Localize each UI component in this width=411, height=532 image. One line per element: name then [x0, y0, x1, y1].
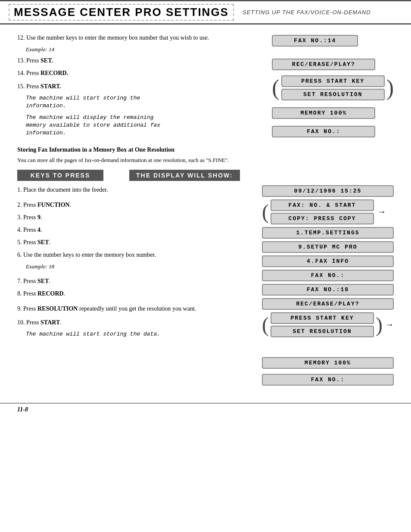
s2-step-7-key: SET [37, 278, 49, 284]
col2-header: THE DISPLAY WILL SHOW: [129, 170, 240, 181]
display-fax-no-14: FAX NO.:14 [272, 35, 358, 47]
display-press-start-key2: PRESS START KEY [271, 312, 374, 324]
brace-stack-3: PRESS START KEY SET RESOLUTION [271, 312, 374, 337]
step-12-example: Example: 14 [26, 46, 263, 53]
section1-displays: FAX NO.:14 REC/ERASE/PLAY? ( PRESS START… [272, 33, 394, 140]
page-header: MESSAGE CENTER PRO SETTINGS SETTING UP T… [0, 0, 411, 25]
arrow-right-1: → [377, 207, 386, 217]
display-fax-no-blank: FAX NO.: [272, 126, 375, 137]
s2-step-1: 1. Place the document into the feeder. [17, 185, 253, 194]
s2-step-10-note: The machine will start storing the data. [26, 330, 253, 338]
display-fax-info: 4.FAX INFO [262, 255, 394, 267]
s2-step-9-key: RESOLUTION [37, 305, 78, 312]
s2-step-9: 9. Press RESOLUTION repeatedly until you… [17, 304, 253, 314]
header-subtitle: SETTING UP THE FAX/VOICE-ON-DEMAND [243, 9, 371, 16]
s2-step-9-num: 9. [17, 305, 22, 312]
display-memory-100-wrapper: MEMORY 100% [272, 107, 394, 119]
section1-steps: 12. Use the number keys to enter the mem… [17, 33, 263, 140]
display-setup-mc-pro: 9.SETUP MC PRO [262, 241, 394, 253]
display-temp-settings: 1.TEMP.SETTINGS [262, 227, 394, 239]
s2-step-2-key: FUNCTION [37, 202, 70, 208]
step-12-num: 12. [17, 34, 25, 41]
s2-step-10: 10. Press START. [17, 318, 253, 327]
brace-left-1: ( [272, 77, 279, 99]
display-rec-erase-play: REC/ERASE/PLAY? [272, 59, 394, 70]
display-fax-no-14-wrapper: FAX NO.:14 [272, 35, 394, 47]
brace-right-3: ) [376, 314, 383, 335]
s2-step-2-num: 2. [17, 202, 22, 208]
s2-step-2: 2. Press FUNCTION. [17, 200, 253, 209]
display-rec-erase-play-text: REC/ERASE/PLAY? [272, 59, 375, 70]
section2-layout: 1. Place the document into the feeder. 2… [17, 185, 394, 386]
s2-step-4-key: 4 [37, 227, 40, 233]
brace-stack-2: FAX: NO. & START COPY: PRESS COPY [271, 199, 374, 224]
display-memory-100: MEMORY 100% [272, 107, 375, 119]
s2-step-3: 3. Press 9. [17, 213, 253, 222]
step-13-prefix: Press [26, 57, 40, 64]
step-13-key: SET. [40, 57, 53, 64]
main-content: 12. Use the number keys to enter the mem… [0, 25, 411, 394]
s2-step-10-num: 10. [17, 319, 25, 326]
page-footer: 11-8 [0, 403, 411, 416]
display-datetime: 09/12/1996 15:25 [262, 185, 394, 197]
display-copy-press-copy: COPY: PRESS COPY [271, 213, 374, 224]
col1-header: KEYS TO PRESS [17, 170, 103, 181]
brace-right-1: ) [386, 77, 394, 99]
display-press-start-key: PRESS START KEY [281, 75, 385, 87]
s2-step-6-num: 6. [17, 252, 22, 258]
display-fax-no-blank2: FAX NO.: [262, 270, 394, 281]
bracket-group-press-set: ( PRESS START KEY SET RESOLUTION ) → [262, 312, 394, 337]
s2-step-3-key: 9 [37, 214, 40, 221]
header-title: MESSAGE CENTER PRO SETTINGS [9, 4, 234, 21]
step-14: 14. Press RECORD. [17, 68, 263, 78]
step-14-num: 14. [17, 70, 25, 76]
s2-step-4-num: 4. [17, 227, 22, 233]
brace-left-2: ( [262, 202, 269, 222]
step-15: 15. Press START. [17, 82, 263, 91]
column-headers: KEYS TO PRESS THE DISPLAY WILL SHOW: [17, 170, 394, 181]
display-fax-no-18: FAX NO.:18 [262, 284, 394, 296]
s2-step-5-key: SET [37, 239, 49, 246]
s2-step-8-num: 8. [17, 290, 22, 297]
step-14-prefix: Press [26, 70, 40, 76]
display-fax-no-blank3: FAX NO.: [262, 374, 394, 386]
s2-step-6: 6. Use the number keys to enter the memo… [17, 250, 253, 259]
step-15-note2: The machine will display the remainingme… [26, 114, 263, 137]
s2-step-1-num: 1. [17, 187, 22, 193]
s2-step-5-num: 5. [17, 239, 22, 246]
section2-displays: 09/12/1996 15:25 ( FAX: NO. & START COPY… [262, 185, 394, 386]
display-set-resolution: SET RESOLUTION [281, 89, 385, 100]
s2-step-5: 5. Press SET. [17, 238, 253, 247]
s2-step-7-num: 7. [17, 278, 22, 284]
s2-step-7: 7. Press SET. [17, 277, 253, 286]
bracket-group-1: ( PRESS START KEY SET RESOLUTION ) [272, 75, 394, 100]
section2-steps: 1. Place the document into the feeder. 2… [17, 185, 253, 386]
step-15-key: START. [40, 83, 61, 90]
display-fax-no-blank-wrapper: FAX NO.: [272, 126, 394, 137]
bracket-group-fax-copy: ( FAX: NO. & START COPY: PRESS COPY → [262, 199, 394, 224]
s2-step-10-key: START [40, 319, 60, 326]
section1-layout: 12. Use the number keys to enter the mem… [17, 33, 394, 140]
display-memory-100-2: MEMORY 100% [262, 357, 394, 369]
display-fax-no-start: FAX: NO. & START [271, 199, 374, 211]
display-rec-erase-play2: REC/ERASE/PLAY? [262, 298, 394, 310]
step-12: 12. Use the number keys to enter the mem… [17, 33, 263, 42]
step-15-prefix: Press [26, 83, 40, 90]
step-15-note1: The machine will start storing theinform… [26, 94, 263, 110]
page-number: 11-8 [17, 406, 28, 413]
display-set-resolution2: SET RESOLUTION [271, 326, 374, 337]
step-14-key: RECORD. [40, 70, 68, 76]
s2-step-4: 4. Press 4. [17, 225, 253, 234]
step-13-num: 13. [17, 57, 25, 64]
section2-title: Storing Fax Information in a Memory Box … [17, 146, 394, 153]
s2-step-3-num: 3. [17, 214, 22, 221]
s2-step-6-example: Example: 18 [26, 263, 253, 271]
arrow-right-2: → [385, 320, 394, 330]
section2-desc: You can store all the pages of fax-on-de… [17, 156, 394, 165]
brace-stack-1: PRESS START KEY SET RESOLUTION [281, 75, 385, 100]
step-15-num: 15. [17, 83, 25, 90]
step-13: 13. Press SET. [17, 56, 263, 65]
s2-step-8-key: RECORD [37, 290, 64, 297]
s2-step-8: 8. Press RECORD. [17, 289, 253, 298]
brace-left-3: ( [262, 314, 269, 335]
